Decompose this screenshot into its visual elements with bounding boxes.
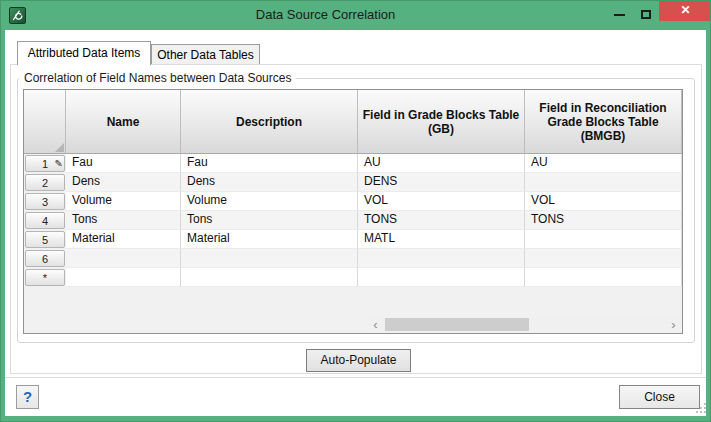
row-number: 1 xyxy=(42,158,48,170)
cell-name[interactable]: Tons xyxy=(66,211,181,230)
cell-name[interactable] xyxy=(66,268,181,287)
footer-divider xyxy=(5,377,706,378)
row-header[interactable]: 3 xyxy=(25,193,65,210)
row-header[interactable]: 1 ✎ xyxy=(25,155,65,172)
cell-gb[interactable]: DENS xyxy=(358,173,525,192)
cell-gb[interactable] xyxy=(358,268,525,287)
tab-attributed-data-items[interactable]: Attributed Data Items xyxy=(17,41,151,65)
table-row: 4 Tons Tons TONS TONS xyxy=(24,211,682,230)
cell-bmgb[interactable] xyxy=(525,173,682,192)
cell-bmgb[interactable]: TONS xyxy=(525,211,682,230)
column-header-bmgb[interactable]: Field in Reconciliation Grade Blocks Tab… xyxy=(525,90,682,154)
row-header[interactable]: 4 xyxy=(25,212,65,229)
cell-description[interactable]: Dens xyxy=(181,173,358,192)
help-button[interactable]: ? xyxy=(16,385,39,409)
cell-name[interactable]: Fau xyxy=(66,154,181,173)
cell-bmgb[interactable]: VOL xyxy=(525,192,682,211)
cell-description[interactable]: Material xyxy=(181,230,358,249)
cell-description[interactable] xyxy=(181,249,358,268)
close-icon: ✕ xyxy=(680,3,690,17)
cell-bmgb[interactable] xyxy=(525,230,682,249)
row-header[interactable]: 2 xyxy=(25,174,65,191)
table-row-new: * xyxy=(24,268,682,287)
cell-name[interactable] xyxy=(66,249,181,268)
minimize-icon xyxy=(614,14,625,16)
correlation-grid: Name Description Field in Grade Blocks T… xyxy=(23,89,683,334)
row-number: 2 xyxy=(42,177,48,189)
cell-description[interactable]: Volume xyxy=(181,192,358,211)
close-window-button[interactable]: ✕ xyxy=(659,1,711,21)
dialog-window: Data Source Correlation ✕ Attributed Dat… xyxy=(0,0,711,422)
close-button[interactable]: Close xyxy=(619,385,700,409)
new-row-indicator: * xyxy=(43,272,47,284)
group-box-title: Correlation of Field Names between Data … xyxy=(19,71,296,85)
cell-gb[interactable]: MATL xyxy=(358,230,525,249)
column-header-gb[interactable]: Field in Grade Blocks Table (GB) xyxy=(358,90,525,154)
cell-bmgb[interactable]: AU xyxy=(525,154,682,173)
edit-pencil-icon: ✎ xyxy=(55,156,63,171)
row-number: 5 xyxy=(42,234,48,246)
maximize-button[interactable] xyxy=(634,1,658,23)
scrollbar-track[interactable] xyxy=(383,317,666,332)
cell-gb[interactable]: VOL xyxy=(358,192,525,211)
grid-corner-cell xyxy=(24,90,66,154)
cell-gb[interactable] xyxy=(358,249,525,268)
scroll-left-icon[interactable]: ‹ xyxy=(368,317,383,332)
minimize-button[interactable] xyxy=(606,1,632,23)
table-row: 1 ✎ Fau Fau AU AU xyxy=(24,154,682,173)
column-header-name[interactable]: Name xyxy=(66,90,181,154)
cell-description[interactable]: Tons xyxy=(181,211,358,230)
grid-header-row: Name Description Field in Grade Blocks T… xyxy=(24,90,682,154)
maximize-icon xyxy=(641,10,651,19)
table-row: 3 Volume Volume VOL VOL xyxy=(24,192,682,211)
window-title: Data Source Correlation xyxy=(61,1,590,30)
cell-description[interactable]: Fau xyxy=(181,154,358,173)
cell-name[interactable]: Dens xyxy=(66,173,181,192)
auto-populate-button[interactable]: Auto-Populate xyxy=(306,349,411,372)
cell-name[interactable]: Volume xyxy=(66,192,181,211)
table-row: 6 xyxy=(24,249,682,268)
scrollbar-thumb[interactable] xyxy=(385,318,529,331)
row-number: 4 xyxy=(42,215,48,227)
row-header[interactable]: 5 xyxy=(25,231,65,248)
column-header-description[interactable]: Description xyxy=(181,90,358,154)
row-header[interactable]: 6 xyxy=(25,250,65,267)
horizontal-scrollbar[interactable]: ‹ › xyxy=(368,317,681,332)
cell-description[interactable] xyxy=(181,268,358,287)
row-number: 6 xyxy=(42,253,48,265)
cell-bmgb[interactable] xyxy=(525,249,682,268)
cell-bmgb[interactable] xyxy=(525,268,682,287)
scroll-right-icon[interactable]: › xyxy=(666,317,681,332)
title-bar: Data Source Correlation ✕ xyxy=(1,1,710,30)
table-row: 2 Dens Dens DENS xyxy=(24,173,682,192)
row-number: 3 xyxy=(42,196,48,208)
app-logo-icon xyxy=(9,7,26,24)
cell-gb[interactable]: TONS xyxy=(358,211,525,230)
cell-gb[interactable]: AU xyxy=(358,154,525,173)
resize-grip[interactable] xyxy=(693,400,707,414)
tab-other-data-tables[interactable]: Other Data Tables xyxy=(151,44,260,65)
row-header-new-row[interactable]: * xyxy=(25,269,65,286)
table-row: 5 Material Material MATL xyxy=(24,230,682,249)
cell-name[interactable]: Material xyxy=(66,230,181,249)
